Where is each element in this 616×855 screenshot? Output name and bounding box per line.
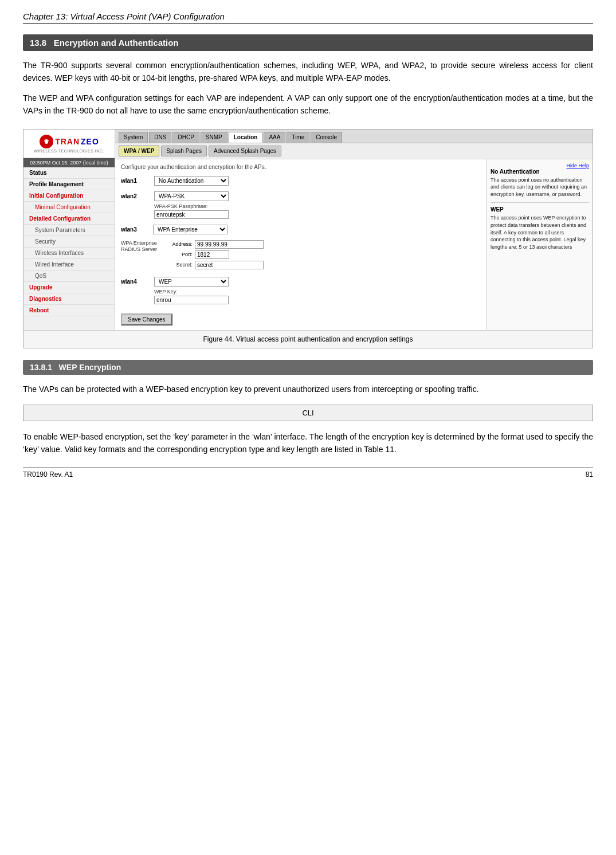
wlan2-auth-select[interactable]: WPA-PSK bbox=[154, 191, 229, 201]
form-description: Configure your authentication and encryp… bbox=[121, 164, 481, 170]
wlan2-label: wlan2 bbox=[121, 191, 150, 199]
chapter-header: Chapter 13: Virtual Access Point (VAP) C… bbox=[23, 11, 593, 24]
sidebar-item-detailed-config[interactable]: Detailed Configuration bbox=[23, 213, 115, 225]
wlan3-row: wlan3 WPA Enterprise bbox=[121, 225, 481, 234]
router-tabs: System DNS DHCP SNMP Location AAA Time C… bbox=[115, 130, 593, 143]
wlan3-address-label: Address: bbox=[167, 241, 193, 247]
figure-caption: Figure 44. Virtual access point authenti… bbox=[23, 330, 593, 348]
tab-location[interactable]: Location bbox=[229, 132, 263, 143]
wlan3-control: WPA Enterprise bbox=[153, 225, 481, 234]
sidebar-item-minimal-config[interactable]: Minimal Configuration bbox=[23, 202, 115, 213]
sidebar-item-profile[interactable]: Profile Management bbox=[23, 179, 115, 190]
tab-snmp[interactable]: SNMP bbox=[201, 132, 227, 143]
wlan3-secret-row: Secret: bbox=[167, 261, 264, 269]
wlan2-row: wlan2 WPA-PSK WPA-PSK Passphrase: bbox=[121, 191, 481, 219]
wlan3-address-row: Address: bbox=[167, 240, 264, 249]
footer-right: 81 bbox=[586, 470, 593, 479]
sidebar-item-initial-config[interactable]: Initial Configuration bbox=[23, 190, 115, 202]
wlan4-label: wlan4 bbox=[121, 277, 150, 285]
help-wep-title: WEP bbox=[491, 206, 589, 213]
wlan3-enterprise-fields: Address: Port: Secret: bbox=[167, 240, 264, 271]
help-no-auth-text: The access point uses no authentication … bbox=[491, 177, 589, 198]
subtab-splash-pages[interactable]: Splash Pages bbox=[161, 146, 207, 156]
tab-time[interactable]: Time bbox=[287, 132, 309, 143]
wlan3-port-input[interactable] bbox=[195, 250, 229, 259]
tab-dns[interactable]: DNS bbox=[149, 132, 171, 143]
figure-router-ui: TRANZEO WIRELESS TECHNOLOGIES INC. 03:50… bbox=[23, 129, 593, 348]
wlan2-control: WPA-PSK WPA-PSK Passphrase: bbox=[154, 191, 481, 219]
hide-help-link[interactable]: Hide Help bbox=[566, 163, 589, 168]
tab-aaa[interactable]: AAA bbox=[264, 132, 285, 143]
footer-left: TR0190 Rev. A1 bbox=[23, 470, 73, 479]
wlan1-label: wlan1 bbox=[121, 176, 150, 184]
wlan2-passphrase-input[interactable] bbox=[154, 210, 229, 219]
help-divider bbox=[491, 202, 589, 203]
wlan4-control: WEP WEP Key: bbox=[154, 277, 481, 304]
router-content: Configure your authentication and encryp… bbox=[115, 159, 593, 330]
sidebar-item-system-params[interactable]: System Parameters bbox=[23, 225, 115, 236]
sidebar-time: 03:50PM Oct 15, 2007 (local time) bbox=[23, 158, 115, 167]
wlan3-secret-label: Secret: bbox=[167, 262, 193, 268]
logo-subtitle: WIRELESS TECHNOLOGIES INC. bbox=[28, 149, 110, 153]
section-1381-para2: To enable WEP-based encryption, set the … bbox=[23, 430, 593, 456]
sidebar-logo: TRANZEO WIRELESS TECHNOLOGIES INC. bbox=[23, 130, 115, 158]
wlan3-radius-label: WPA Enterprise RADIUS Server bbox=[121, 240, 167, 271]
subtab-wpa-wep[interactable]: WPA / WEP bbox=[119, 146, 159, 156]
sidebar-item-qos[interactable]: QoS bbox=[23, 270, 115, 282]
tranzeo-logo-icon bbox=[39, 134, 54, 149]
wlan2-passphrase-label: WPA-PSK Passphrase: bbox=[154, 203, 481, 209]
wlan4-auth-select[interactable]: WEP bbox=[154, 277, 229, 287]
tab-system[interactable]: System bbox=[119, 132, 148, 143]
section-1381-para1: The VAPs can be protected with a WEP-bas… bbox=[23, 383, 593, 395]
router-form-area: Configure your authentication and encryp… bbox=[115, 159, 486, 330]
svg-point-1 bbox=[45, 140, 48, 144]
wlan1-control: No Authentication bbox=[154, 176, 481, 186]
wlan4-key-label: WEP Key: bbox=[154, 289, 481, 295]
wlan3-address-input[interactable] bbox=[195, 240, 264, 249]
sidebar-item-diagnostics[interactable]: Diagnostics bbox=[23, 293, 115, 305]
section-1381-header: 13.8.1 WEP Encryption bbox=[23, 360, 593, 375]
section-138-para1: The TR-900 supports several common encry… bbox=[23, 59, 593, 85]
wlan3-secret-input[interactable] bbox=[195, 261, 264, 269]
help-no-auth-title: No Authentication bbox=[491, 168, 589, 175]
wlan3-auth-select[interactable]: WPA Enterprise bbox=[153, 225, 227, 234]
section-138-para2: The WEP and WPA configuration settings f… bbox=[23, 92, 593, 117]
sidebar-item-wireless[interactable]: Wireless Interfaces bbox=[23, 248, 115, 259]
help-wep-text: The access point uses WEP encryption to … bbox=[491, 214, 589, 250]
section-138-header: 13.8 Encryption and Authentication bbox=[23, 34, 593, 51]
sidebar-item-reboot[interactable]: Reboot bbox=[23, 305, 115, 316]
wlan1-auth-select[interactable]: No Authentication bbox=[154, 176, 229, 186]
sidebar-item-upgrade[interactable]: Upgrade bbox=[23, 282, 115, 293]
cli-box: CLI bbox=[23, 405, 593, 421]
router-sidebar: TRANZEO WIRELESS TECHNOLOGIES INC. 03:50… bbox=[23, 130, 115, 330]
sidebar-item-security[interactable]: Security bbox=[23, 236, 115, 248]
router-subtabs: WPA / WEP Splash Pages Advanced Splash P… bbox=[115, 143, 593, 159]
wlan3-port-label: Port: bbox=[167, 252, 193, 257]
wlan4-row: wlan4 WEP WEP Key: bbox=[121, 277, 481, 304]
wlan3-label: wlan3 bbox=[121, 225, 150, 233]
tab-dhcp[interactable]: DHCP bbox=[172, 132, 199, 143]
wlan4-key-input[interactable] bbox=[154, 296, 229, 304]
router-main: System DNS DHCP SNMP Location AAA Time C… bbox=[115, 130, 593, 330]
wlan3-port-row: Port: bbox=[167, 250, 264, 259]
wlan3-enterprise-row: WPA Enterprise RADIUS Server Address: Po… bbox=[121, 240, 481, 271]
help-panel: Hide Help No Authentication The access p… bbox=[486, 159, 593, 330]
save-button[interactable]: Save Changes bbox=[121, 313, 172, 325]
tab-console[interactable]: Console bbox=[311, 132, 342, 143]
sidebar-item-wired[interactable]: Wired Interface bbox=[23, 259, 115, 270]
sidebar-item-status[interactable]: Status bbox=[23, 167, 115, 179]
subtab-advanced-splash[interactable]: Advanced Splash Pages bbox=[209, 146, 281, 156]
wlan1-row: wlan1 No Authentication bbox=[121, 176, 481, 186]
page-footer: TR0190 Rev. A1 81 bbox=[23, 468, 593, 479]
